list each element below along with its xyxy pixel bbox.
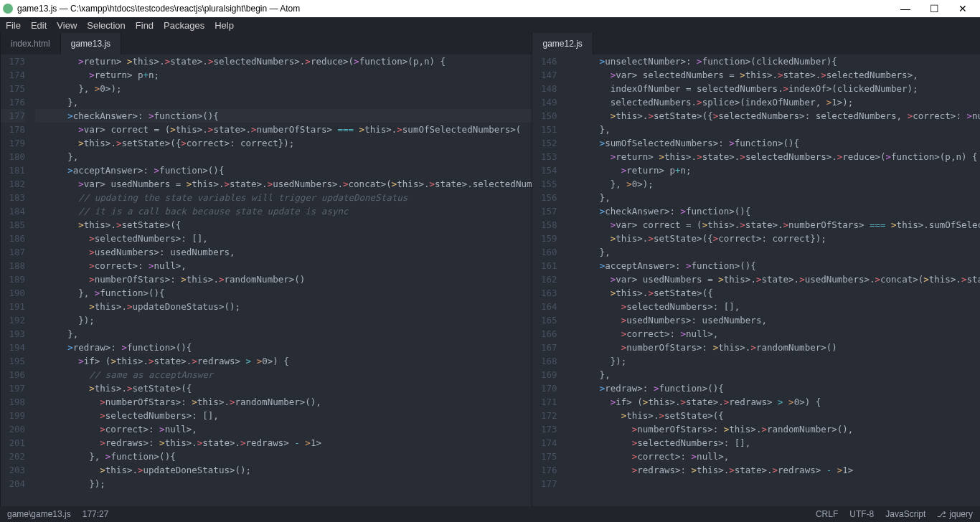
right-tabs: game12.js [532,33,980,54]
left-code[interactable]: >return> >this>.>state>.>selectedNumbers… [32,54,532,506]
editor-panes: index.htmlgame13.js 17317417517617717817… [0,33,980,506]
close-button[interactable]: ✕ [954,3,971,14]
maximize-button[interactable]: ☐ [925,3,943,14]
status-177-27[interactable]: 177:27 [83,509,109,519]
left-editor[interactable]: 1731741751761771781791801811821831841851… [1,54,532,506]
tab-game12-js[interactable]: game12.js [532,33,593,54]
minimize-button[interactable]: — [897,3,914,14]
right-gutter: 1461471481491501511521531541551561571581… [532,54,564,506]
menu-help[interactable]: Help [215,20,234,31]
menu-view[interactable]: View [57,20,77,31]
status-javascript[interactable]: JavaScript [885,509,925,519]
menu-selection[interactable]: Selection [87,20,125,31]
status-crlf[interactable]: CRLF [816,509,838,519]
status-jquery[interactable]: jquery [937,509,973,519]
status-game-game13-js[interactable]: game\game13.js [7,509,71,519]
right-pane: game12.js 146147148149150151152153154155… [532,33,980,506]
right-editor[interactable]: 1461471481491501511521531541551561571581… [532,54,980,506]
menu-edit[interactable]: Edit [31,20,47,31]
left-pane: index.htmlgame13.js 17317417517617717817… [0,33,532,506]
window-title: game13.js — C:\xampp\htdocs\testcodes\re… [17,4,300,14]
tab-index-html[interactable]: index.html [1,33,61,54]
statusbar: game\game13.js177:27 CRLFUTF-8JavaScript… [0,506,980,522]
titlebar: game13.js — C:\xampp\htdocs\testcodes\re… [0,0,980,17]
right-code[interactable]: >unselectNumber>: >function>(clickedNumb… [564,54,980,506]
left-tabs: index.htmlgame13.js [1,33,532,54]
menu-file[interactable]: File [6,20,21,31]
workspace: ▾begin▸counter▸data▾gamegame.cssgame1.js… [0,33,980,506]
left-gutter: 1731741751761771781791801811821831841851… [1,54,32,506]
menu-packages[interactable]: Packages [164,20,204,31]
menubar: FileEditViewSelectionFindPackagesHelp [0,17,980,33]
status-utf-8[interactable]: UTF-8 [849,509,874,519]
tab-game13-js[interactable]: game13.js [61,33,121,54]
app-icon [3,4,13,14]
menu-find[interactable]: Find [136,20,154,31]
